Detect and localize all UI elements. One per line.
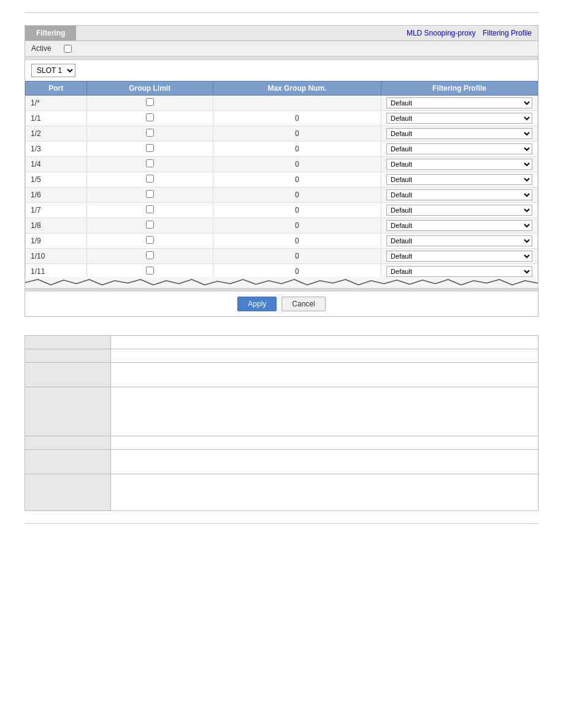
filtering-profile-select[interactable]: Default — [386, 235, 532, 246]
filtering-profile-cell: Default — [381, 142, 538, 157]
table-row: 1/30Default — [26, 142, 538, 157]
group-limit-checkbox[interactable] — [146, 129, 154, 137]
active-label: Active — [31, 44, 52, 53]
bottom-divider — [25, 523, 538, 524]
table-row: 1/20Default — [26, 126, 538, 142]
cancel-button[interactable]: Cancel — [282, 297, 325, 311]
slot-row: SLOT 1 — [25, 60, 538, 81]
top-divider — [25, 12, 538, 13]
scroll-indicator — [25, 277, 538, 288]
filtering-profile-cell: Default — [381, 157, 538, 172]
info-table-row — [25, 450, 538, 474]
apply-button[interactable]: Apply — [237, 297, 277, 311]
info-value-cell — [111, 363, 538, 387]
filtering-profile-select[interactable]: Default — [386, 128, 532, 139]
max-group-cell: 0 — [213, 142, 381, 157]
filtering-profile-select[interactable]: Default — [386, 97, 532, 108]
group-limit-cell — [86, 233, 213, 249]
info-table-row — [25, 436, 538, 450]
filtering-profile-cell: Default — [381, 111, 538, 126]
max-group-cell: 0 — [213, 233, 381, 249]
table-row: 1/80Default — [26, 218, 538, 233]
info-value-cell — [111, 450, 538, 474]
table-header-row: Port Group Limit Max Group Num. Filterin… — [26, 82, 538, 96]
table-row: 1/10Default — [26, 111, 538, 126]
max-group-cell: 0 — [213, 203, 381, 218]
max-group-cell: 0 — [213, 172, 381, 188]
filtering-profile-select[interactable]: Default — [386, 189, 532, 200]
group-limit-checkbox[interactable] — [146, 113, 154, 121]
port-cell: 1/1 — [26, 111, 87, 126]
filtering-profile-cell: Default — [381, 126, 538, 142]
info-table-row — [25, 349, 538, 363]
active-row: Active — [25, 41, 538, 56]
group-limit-cell — [86, 218, 213, 233]
group-limit-checkbox[interactable] — [146, 98, 154, 106]
slot-select[interactable]: SLOT 1 — [31, 64, 75, 77]
info-value-cell — [111, 474, 538, 511]
port-cell: 1/11 — [26, 264, 87, 278]
mld-snooping-proxy-link[interactable]: MLD Snooping-proxy — [407, 29, 476, 37]
group-limit-checkbox[interactable] — [146, 205, 154, 213]
group-limit-cell — [86, 249, 213, 264]
group-limit-checkbox[interactable] — [146, 267, 154, 275]
group-limit-checkbox[interactable] — [146, 236, 154, 244]
filter-table: Port Group Limit Max Group Num. Filterin… — [25, 81, 538, 277]
info-table-container — [25, 335, 538, 511]
info-label-cell — [25, 436, 111, 450]
filtering-profile-select[interactable]: Default — [386, 205, 532, 216]
info-value-cell — [111, 349, 538, 363]
active-checkbox[interactable] — [64, 45, 72, 53]
group-limit-checkbox[interactable] — [146, 175, 154, 183]
button-row: Apply Cancel — [25, 292, 538, 316]
info-table-row — [25, 474, 538, 511]
group-limit-checkbox[interactable] — [146, 190, 154, 198]
col-group-limit: Group Limit — [86, 82, 213, 96]
group-limit-cell — [86, 96, 213, 111]
filtering-profile-cell: Default — [381, 233, 538, 249]
port-cell: 1/6 — [26, 188, 87, 203]
info-label-cell — [25, 336, 111, 349]
max-group-cell: 0 — [213, 218, 381, 233]
filtering-profile-select[interactable]: Default — [386, 113, 532, 124]
table-row: 1/40Default — [26, 157, 538, 172]
group-limit-cell — [86, 142, 213, 157]
filtering-profile-select[interactable]: Default — [386, 159, 532, 170]
filtering-profile-link[interactable]: Filtering Profile — [483, 29, 532, 37]
info-label-cell — [25, 387, 111, 436]
filtering-profile-select[interactable]: Default — [386, 251, 532, 262]
info-table — [25, 335, 538, 511]
group-limit-checkbox[interactable] — [146, 159, 154, 167]
group-limit-checkbox[interactable] — [146, 144, 154, 152]
group-limit-checkbox[interactable] — [146, 221, 154, 229]
group-limit-cell — [86, 172, 213, 188]
info-label-cell — [25, 474, 111, 511]
group-limit-cell — [86, 188, 213, 203]
info-table-row — [25, 363, 538, 387]
port-cell: 1/10 — [26, 249, 87, 264]
table-row: 1/110Default — [26, 264, 538, 278]
panel-links: MLD Snooping-proxy Filtering Profile — [402, 29, 538, 37]
filtering-profile-select[interactable]: Default — [386, 266, 532, 277]
filtering-profile-select[interactable]: Default — [386, 174, 532, 185]
group-limit-cell — [86, 157, 213, 172]
info-table-row — [25, 336, 538, 349]
filtering-profile-cell: Default — [381, 218, 538, 233]
group-limit-cell — [86, 203, 213, 218]
filtering-profile-select[interactable]: Default — [386, 143, 532, 154]
group-limit-checkbox[interactable] — [146, 251, 154, 259]
filtering-profile-cell: Default — [381, 188, 538, 203]
max-group-cell — [213, 96, 381, 111]
max-group-cell: 0 — [213, 126, 381, 142]
port-cell: 1/4 — [26, 157, 87, 172]
panel-tab: Filtering — [25, 26, 76, 40]
info-table-row — [25, 387, 538, 436]
filtering-profile-cell: Default — [381, 203, 538, 218]
port-cell: 1/7 — [26, 203, 87, 218]
filtering-profile-select[interactable]: Default — [386, 220, 532, 231]
group-limit-cell — [86, 126, 213, 142]
port-cell: 1/3 — [26, 142, 87, 157]
table-row: 1/90Default — [26, 233, 538, 249]
table-row: 1/70Default — [26, 203, 538, 218]
filtering-profile-cell: Default — [381, 249, 538, 264]
